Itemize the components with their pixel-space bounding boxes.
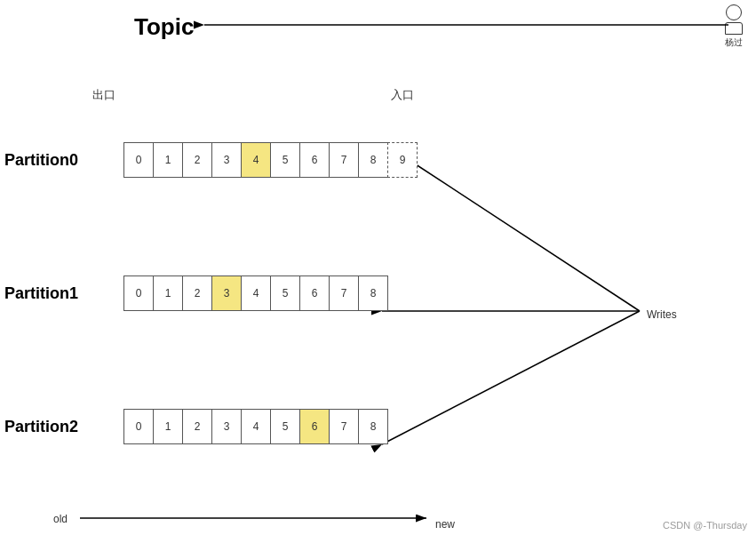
cell-p1-2: 2 xyxy=(182,275,212,311)
cell-p1-3: 3 xyxy=(211,275,242,311)
diagram-container: 杨过 Topic 出口 入口 Writes xyxy=(0,0,756,543)
writes-label: Writes xyxy=(647,308,677,321)
cell-p2-4: 4 xyxy=(241,409,271,444)
cell-p2-2: 2 xyxy=(182,409,212,444)
cell-p2-0: 0 xyxy=(123,409,154,444)
cell-p2-7: 7 xyxy=(329,409,359,444)
cell-p0-5: 5 xyxy=(270,142,300,178)
cell-p0-9: 9 xyxy=(387,142,418,178)
arrows-svg xyxy=(0,0,756,543)
partition-label-0: Partition0 xyxy=(4,151,78,170)
cell-p0-1: 1 xyxy=(153,142,183,178)
cell-p0-8: 8 xyxy=(358,142,388,178)
partition-row-1: 012345678 xyxy=(124,275,388,311)
person-body xyxy=(725,22,743,35)
cell-p2-6: 6 xyxy=(299,409,330,444)
cell-p0-3: 3 xyxy=(211,142,242,178)
cell-p2-1: 1 xyxy=(153,409,183,444)
cell-p0-0: 0 xyxy=(123,142,154,178)
timeline: old xyxy=(53,513,68,525)
cell-p2-8: 8 xyxy=(358,409,388,444)
cell-p0-2: 2 xyxy=(182,142,212,178)
cell-p0-4: 4 xyxy=(241,142,271,178)
cell-p1-1: 1 xyxy=(153,275,183,311)
cell-p1-4: 4 xyxy=(241,275,271,311)
person-head xyxy=(726,4,742,20)
cell-p1-5: 5 xyxy=(270,275,300,311)
watermark: CSDN @-Thursday xyxy=(663,520,747,531)
partition-row-2: 012345678 xyxy=(124,409,388,444)
topic-title: Topic xyxy=(134,13,194,41)
cell-p2-5: 5 xyxy=(270,409,300,444)
cell-p2-3: 3 xyxy=(211,409,242,444)
cell-p0-7: 7 xyxy=(329,142,359,178)
person-name: 杨过 xyxy=(725,36,743,49)
label-entry: 入口 xyxy=(391,87,414,103)
cell-p1-7: 7 xyxy=(329,275,359,311)
cell-p1-0: 0 xyxy=(123,275,154,311)
cell-p0-6: 6 xyxy=(299,142,330,178)
timeline-new: new xyxy=(435,518,455,531)
partition-label-2: Partition2 xyxy=(4,418,78,436)
person-icon: 杨过 xyxy=(725,4,743,49)
label-exit: 出口 xyxy=(92,87,115,103)
svg-line-4 xyxy=(382,311,640,444)
cell-p1-8: 8 xyxy=(358,275,388,311)
svg-line-2 xyxy=(413,163,640,311)
partition-row-0: 0123456789 xyxy=(124,142,418,178)
timeline-old: old xyxy=(53,513,68,525)
cell-p1-6: 6 xyxy=(299,275,330,311)
partition-label-1: Partition1 xyxy=(4,284,78,303)
